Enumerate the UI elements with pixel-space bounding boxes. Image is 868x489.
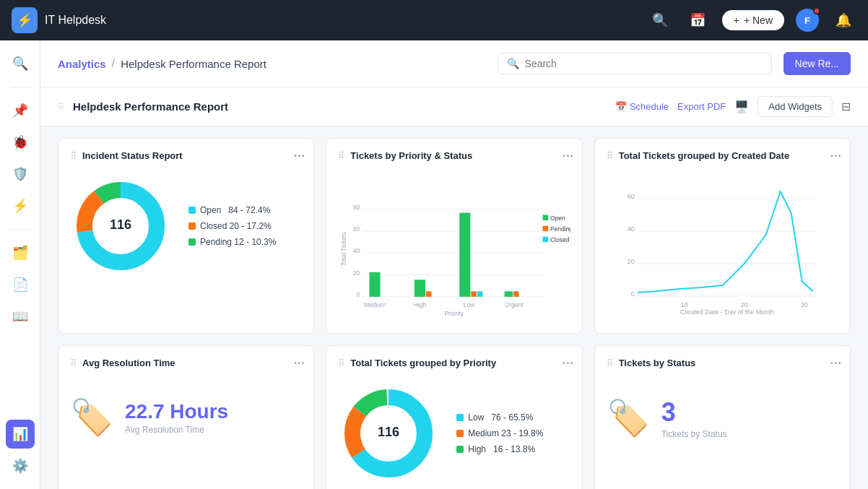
- tickets-priority-title: Tickets by Priority & Status: [350, 150, 472, 161]
- legend-dot-low: [456, 414, 464, 421]
- priority-donut-chart: 116: [338, 383, 439, 484]
- search-icon: 🔍: [507, 58, 519, 69]
- tickets-by-status-stat: 🏷️ 3 Tickets by Status: [607, 391, 838, 445]
- sidebar-item-book[interactable]: 📖: [6, 302, 35, 331]
- legend-dot-closed: [188, 222, 196, 230]
- new-report-button[interactable]: New Re...: [784, 52, 851, 75]
- svg-rect-16: [415, 280, 425, 297]
- card-drag-handle-6[interactable]: ⠿: [607, 358, 613, 368]
- breadcrumb-separator: /: [112, 57, 115, 70]
- card-menu-icon-3[interactable]: ⋯: [830, 149, 841, 163]
- tickets-by-priority-title: Total Tickets grouped by Priority: [350, 358, 496, 368]
- card-menu-icon-5[interactable]: ⋯: [562, 356, 573, 370]
- svg-text:Low: Low: [464, 301, 475, 308]
- new-button[interactable]: + + New: [722, 10, 784, 30]
- search-button[interactable]: 🔍: [647, 7, 673, 33]
- svg-text:40: 40: [353, 247, 360, 254]
- notification-badge: [813, 7, 820, 14]
- sidebar-item-layers[interactable]: 🗂️: [6, 238, 35, 267]
- avg-resolution-value: 22.7 Hours: [125, 400, 228, 423]
- tickets-by-priority-card: ⠿ Total Tickets grouped by Priority ⋯ 11…: [326, 345, 582, 489]
- legend-medium: Medium 23 - 19.8%: [456, 428, 543, 438]
- main-content: Analytics / Helpdesk Performance Report …: [40, 40, 868, 489]
- bar-chart-svg: Total Tickets 0 20 40 60 80: [338, 170, 570, 321]
- add-widgets-button[interactable]: Add Widgets: [758, 96, 833, 117]
- svg-text:20: 20: [740, 301, 747, 308]
- card-menu-icon-2[interactable]: ⋯: [562, 149, 573, 163]
- sidebar-item-home[interactable]: 🔍: [6, 49, 35, 78]
- calendar-icon: 📅: [615, 101, 627, 112]
- app-logo: ⚡ IT Helpdesk: [12, 7, 106, 33]
- schedule-button[interactable]: 📅 Schedule: [615, 101, 669, 112]
- svg-rect-32: [543, 237, 549, 243]
- breadcrumb-analytics[interactable]: Analytics: [58, 58, 106, 70]
- tickets-by-status-title: Tickets by Status: [619, 358, 696, 368]
- legend-dot-medium: [456, 430, 464, 437]
- top-navigation: ⚡ IT Helpdesk 🔍 📅 + + New F 🔔: [0, 0, 868, 40]
- line-chart-svg: 0 20 40 60 10 20 30 Created Date - Day o…: [607, 170, 838, 314]
- svg-text:Created Date - Day of the Mont: Created Date - Day of the Month: [680, 308, 773, 314]
- breadcrumb-current-page: Helpdesk Performance Report: [121, 58, 266, 70]
- avg-resolution-stat: 🏷️ 22.7 Hours Avg Resolution Time: [70, 391, 302, 443]
- card-drag-handle-5[interactable]: ⠿: [338, 358, 344, 368]
- sidebar-item-analytics[interactable]: 📊: [6, 420, 35, 449]
- svg-rect-19: [472, 291, 477, 297]
- card-drag-handle[interactable]: ⠿: [70, 151, 77, 161]
- svg-text:Priority: Priority: [445, 310, 464, 317]
- search-box[interactable]: 🔍: [498, 53, 772, 74]
- logo-icon: ⚡: [12, 7, 38, 33]
- tag-icon: 🏷️: [607, 398, 650, 438]
- incident-donut-chart: 116: [70, 176, 171, 277]
- card-drag-handle-3[interactable]: ⠿: [607, 151, 613, 161]
- drag-handle[interactable]: ⠿: [58, 102, 64, 112]
- filter-button[interactable]: ⊟: [841, 100, 851, 113]
- sidebar-item-pin[interactable]: 📌: [6, 96, 35, 125]
- calendar-button[interactable]: 📅: [685, 7, 711, 33]
- card-drag-handle-4[interactable]: ⠿: [70, 358, 77, 368]
- svg-text:Total Tickets: Total Tickets: [341, 232, 348, 266]
- user-avatar[interactable]: F: [796, 9, 819, 32]
- svg-rect-22: [513, 291, 519, 297]
- sidebar-item-settings[interactable]: ⚙️: [6, 451, 35, 480]
- svg-text:0: 0: [630, 290, 634, 298]
- avg-resolution-label: Avg Resolution Time: [125, 425, 228, 435]
- search-input[interactable]: [525, 58, 763, 69]
- tickets-created-date-card: ⠿ Total Tickets grouped by Created Date …: [594, 138, 851, 334]
- legend-dot-pending: [188, 238, 196, 246]
- legend-dot-high: [456, 446, 464, 453]
- svg-text:80: 80: [353, 204, 360, 211]
- svg-text:Medium: Medium: [364, 301, 386, 308]
- sidebar: 🔍 📌 🐞 🛡️ ⚡ 🗂️ 📄 📖 📊 ⚙️: [0, 40, 40, 489]
- card-drag-handle-2[interactable]: ⠿: [338, 151, 344, 161]
- priority-legend: Low 76 - 65.5% Medium 23 - 19.8% High 16…: [456, 412, 543, 454]
- notification-button[interactable]: 🔔: [830, 7, 856, 33]
- svg-rect-15: [370, 272, 381, 297]
- sidebar-item-bug[interactable]: 🐞: [6, 128, 35, 157]
- svg-text:60: 60: [353, 225, 360, 233]
- breadcrumb: Analytics / Helpdesk Performance Report: [58, 57, 486, 70]
- sidebar-item-file[interactable]: 📄: [6, 270, 35, 299]
- legend-open: Open 84 - 72.4%: [188, 205, 276, 215]
- tickets-priority-status-card: ⠿ Tickets by Priority & Status ⋯ Total T…: [326, 138, 582, 334]
- tickets-by-status-label: Tickets by Status: [661, 429, 727, 439]
- legend-closed: Closed 20 - 17.2%: [188, 221, 276, 231]
- fullscreen-button[interactable]: 🖥️: [734, 100, 749, 113]
- card-menu-icon-4[interactable]: ⋯: [293, 356, 305, 370]
- card-menu-icon-6[interactable]: ⋯: [830, 356, 841, 370]
- export-pdf-button[interactable]: Export PDF: [677, 101, 726, 112]
- svg-text:40: 40: [627, 225, 634, 233]
- line-chart-area: 0 20 40 60 10 20 30 Created Date - Day o…: [607, 170, 838, 317]
- priority-donut-total: 116: [378, 425, 399, 439]
- svg-text:Open: Open: [550, 215, 565, 222]
- sidebar-divider-1: [9, 87, 31, 87]
- sidebar-item-zap[interactable]: ⚡: [6, 191, 35, 220]
- svg-text:Closed: Closed: [550, 236, 570, 243]
- card-menu-icon[interactable]: ⋯: [293, 149, 305, 163]
- avg-resolution-title: Avg Resolution Time: [82, 358, 175, 368]
- incident-legend: Open 84 - 72.4% Closed 20 - 17.2% Pendin…: [188, 205, 276, 247]
- sidebar-item-shield[interactable]: 🛡️: [6, 160, 35, 189]
- svg-text:60: 60: [627, 193, 634, 200]
- svg-text:20: 20: [627, 258, 634, 265]
- priority-donut-container: 116 Low 76 - 65.5% Medium 23 - 19.8% Hig…: [338, 377, 570, 489]
- tickets-by-status-card: ⠿ Tickets by Status ⋯ 🏷️ 3 Tickets by St…: [594, 345, 851, 489]
